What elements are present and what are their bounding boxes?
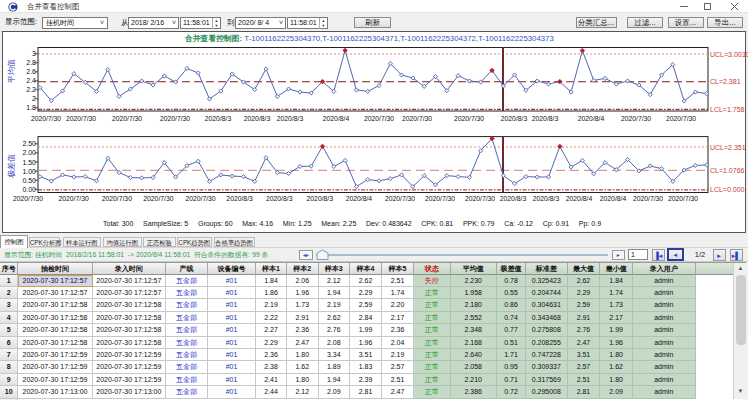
svg-text:1.50: 1.50 [22, 159, 36, 166]
svg-text:UCL=2.351: UCL=2.351 [710, 144, 746, 151]
svg-text:CL=1.0766: CL=1.0766 [710, 167, 745, 174]
svg-text:2020/8/3: 2020/8/3 [501, 115, 528, 122]
svg-text:LCL=0.000: LCL=0.000 [710, 186, 745, 193]
svg-text:Total: 300 SampleSize: 5: Total: 300 SampleSize: 5 Groups: 60 Max:… [103, 220, 601, 228]
svg-text:2020/8/4: 2020/8/4 [346, 195, 373, 202]
svg-text:2020/7/30: 2020/7/30 [102, 195, 132, 202]
svg-text:2020/8/4: 2020/8/4 [566, 195, 593, 202]
svg-text:2020/7/30: 2020/7/30 [465, 195, 495, 202]
svg-text:2020/7/30: 2020/7/30 [666, 115, 696, 122]
svg-text:2020/7/30: 2020/7/30 [621, 115, 651, 122]
svg-text:合并查看控制图: T-1001162225304370,T-: 合并查看控制图: T-1001162225304370,T-1001162225… [184, 34, 554, 43]
svg-text:2020/7/30: 2020/7/30 [160, 115, 190, 122]
svg-text:2020/8/4: 2020/8/4 [578, 115, 605, 122]
svg-text:2020/8/3: 2020/8/3 [277, 115, 304, 122]
svg-text:1.00: 1.00 [22, 168, 36, 175]
svg-text:2020/8/3: 2020/8/3 [532, 115, 559, 122]
svg-text:2020/7/30: 2020/7/30 [13, 195, 43, 202]
svg-text:2020/7/30: 2020/7/30 [385, 195, 415, 202]
svg-text:2020/8/3: 2020/8/3 [226, 195, 253, 202]
svg-text:2020/7/30: 2020/7/30 [143, 195, 173, 202]
svg-text:2020/7/30: 2020/7/30 [58, 195, 88, 202]
svg-text:2020/7/30: 2020/7/30 [402, 115, 432, 122]
svg-text:0.50: 0.50 [22, 177, 36, 184]
svg-text:2.00: 2.00 [22, 149, 36, 156]
svg-text:2020/8/3: 2020/8/3 [533, 195, 560, 202]
svg-text:2020/8/4: 2020/8/4 [600, 195, 627, 202]
svg-text:2020/7/30: 2020/7/30 [31, 115, 61, 122]
svg-text:2020/8/3: 2020/8/3 [205, 115, 232, 122]
svg-text:2020/7/30: 2020/7/30 [633, 195, 663, 202]
svg-text:CL=2.381: CL=2.381 [710, 78, 741, 85]
svg-text:2020/7/30: 2020/7/30 [185, 195, 215, 202]
svg-text:2020/7/30: 2020/7/30 [668, 195, 698, 202]
svg-text:平均值: 平均值 [7, 59, 16, 83]
svg-text:2020/7/30: 2020/7/30 [112, 115, 142, 122]
svg-text:2020/7/30: 2020/7/30 [364, 115, 394, 122]
svg-text:0.00: 0.00 [22, 186, 36, 193]
svg-text:2020/7/30: 2020/7/30 [454, 115, 484, 122]
svg-text:2020/8/3: 2020/8/3 [244, 115, 271, 122]
svg-text:2020/8/3: 2020/8/3 [307, 195, 334, 202]
svg-text:UCL=3.00305: UCL=3.00305 [710, 51, 748, 58]
svg-text:2020/7/30: 2020/7/30 [425, 195, 455, 202]
svg-text:2020/8/3: 2020/8/3 [500, 195, 527, 202]
svg-text:2.50: 2.50 [22, 140, 36, 147]
svg-text:LCL=1.758: LCL=1.758 [710, 106, 745, 113]
svg-text:极差值: 极差值 [7, 154, 16, 178]
svg-text:2020/8/3: 2020/8/3 [266, 195, 293, 202]
svg-text:2020/7/30: 2020/7/30 [66, 115, 96, 122]
svg-text:2020/8/4: 2020/8/4 [323, 115, 350, 122]
